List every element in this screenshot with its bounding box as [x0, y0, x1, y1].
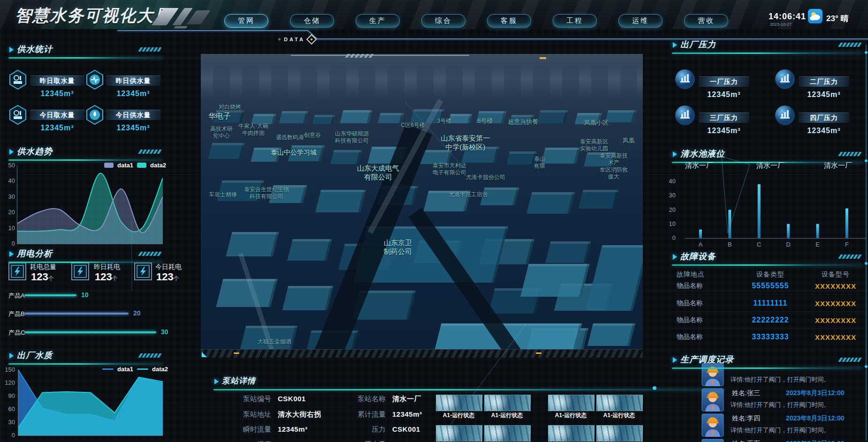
table-row: 物品名称22222222XXXXXXXX — [672, 311, 863, 329]
map-building — [340, 110, 373, 123]
section-header-trend: 供水趋势 — [8, 145, 163, 159]
top-header: 智慧水务可视化大屏 管网仓储生产综合客服工程运维营收 14:06:41 2023… — [0, 0, 868, 29]
wave-icon — [85, 69, 104, 92]
section-header-quality: 出厂水质 — [8, 349, 163, 363]
table-cell: 33333333 — [733, 333, 808, 341]
map-label: 对白烧烤 — [219, 104, 241, 111]
map-label: 山东大成电气 有限公司 — [357, 164, 399, 182]
pool-tab[interactable]: 清水一厂 — [815, 161, 861, 170]
table-cell: 55555555 — [733, 282, 808, 290]
legend-swatch — [104, 163, 114, 168]
plant-icon — [774, 105, 796, 128]
map-label: 尤洛卡股份公司 — [466, 174, 505, 181]
data-badge: + DATA — [278, 36, 315, 43]
nav-tab-2[interactable]: 仓储 — [290, 14, 334, 28]
map-label: 6号楼 — [477, 117, 493, 125]
map-building — [537, 110, 569, 123]
y-axis-tick: 40 — [8, 177, 15, 184]
nav-tab-4[interactable]: 综合 — [421, 14, 465, 28]
y-axis-tick: 10 — [8, 225, 15, 232]
y-axis-tick: 10 — [669, 220, 676, 227]
chevron-dashes — [839, 358, 860, 362]
map-building — [216, 279, 278, 307]
worker-avatar — [701, 388, 724, 413]
record-detail: 详情:他打开了阀门，打开阀门时间。 — [731, 375, 830, 384]
x-axis-label: E — [813, 241, 822, 248]
table-cell: 22222222 — [733, 316, 808, 324]
map-building — [279, 111, 308, 123]
plant-icon — [674, 105, 696, 128]
map-label: 高技术研 究中心 — [210, 126, 233, 140]
record-item: 姓名:张三2023年8月3日12:00详情:他打开了阀门，打开阀门时间。 — [672, 387, 867, 412]
nav-tab-6[interactable]: 工程 — [553, 14, 597, 28]
record-item: 姓名:李四2023年8月3日12:00详情:他打开了阀门，打开阀门时间。 — [672, 412, 867, 438]
power-label: 耗电总量 — [30, 263, 56, 271]
play-arrow-icon — [9, 149, 14, 155]
stat-value: 12345m³ — [30, 90, 84, 98]
page-title: 智慧水务可视化大屏 — [15, 5, 171, 27]
stat-value: 12345m³ — [699, 90, 749, 99]
corner-mark — [234, 352, 239, 354]
nav-tab-8[interactable]: 营收 — [684, 14, 728, 28]
record-item: 姓名:王五2023年8月3日12:00详情:他打开了阀门，打开阀门时间。 — [672, 438, 867, 442]
section-title: 清水池液位 — [680, 148, 725, 159]
nav-tab-1[interactable]: 管网 — [224, 14, 268, 28]
nav-tab-5[interactable]: 客服 — [487, 14, 531, 28]
bolt-icon — [8, 262, 26, 282]
city-map-3d[interactable]: 对白烧烤华电子高技术研 究中心牛家人·大碗 牛肉拌面盛迅数码港创意谷山东华硕能源… — [201, 54, 643, 358]
progress-bar — [24, 331, 156, 333]
power-label: 今日耗电 — [155, 263, 182, 271]
bolt-icon — [134, 262, 152, 282]
map-top-line — [291, 55, 469, 56]
y-axis-ticks: 01020304050 — [4, 165, 15, 244]
section-header-supply: 供水统计 — [8, 43, 163, 57]
title-slash-decoration — [174, 26, 188, 29]
pool-tab[interactable]: 清水一厂 — [676, 161, 723, 170]
map-building — [449, 114, 472, 123]
x-axis-labels: ABCDEF — [685, 241, 866, 248]
record-name: 姓名:张三 — [732, 389, 760, 397]
x-axis-label: C — [754, 241, 764, 248]
nav-tab-3[interactable]: 生产 — [356, 14, 400, 28]
table-cell: 物品名称 — [672, 299, 733, 307]
chevron-dashes — [139, 47, 160, 52]
section-title: 泵站详情 — [222, 375, 256, 386]
record-date: 2023年8月3日12:00 — [786, 414, 845, 423]
play-arrow-icon — [673, 357, 677, 363]
record-name: 姓名:李四 — [732, 414, 760, 423]
play-arrow-icon — [9, 251, 14, 257]
plant-icon — [674, 68, 696, 92]
dashboard: 智慧水务可视化大屏 管网仓储生产综合客服工程运维营收 14:06:41 2023… — [0, 0, 868, 442]
record-list: 详情:他打开了阀门，打开阀门时间。姓名:张三2023年8月3日12:00详情:他… — [0, 362, 868, 442]
map-building — [605, 110, 636, 122]
map-building — [208, 143, 245, 159]
table-cell: XXXXXXXX — [808, 300, 863, 307]
stat-value: 12345m³ — [799, 127, 849, 135]
map-building — [507, 151, 537, 165]
legend-line — [137, 368, 148, 370]
map-skyline — [201, 66, 643, 99]
map-building — [315, 190, 366, 212]
legend-label: data1 — [117, 366, 133, 373]
nav-tab-7[interactable]: 运维 — [618, 14, 662, 28]
map-label: 泰山 有限 — [534, 156, 545, 170]
x-axis-label: B — [725, 241, 734, 248]
map-building — [378, 113, 404, 123]
y-axis-tick: 0 — [672, 234, 676, 241]
map-label: 超意兴快餐 — [508, 118, 539, 126]
x-axis-label: A — [696, 241, 705, 248]
map-label: 华电子 — [208, 112, 231, 121]
pump-icon — [8, 69, 27, 92]
play-arrow-icon — [9, 353, 14, 359]
diamond-icon — [306, 34, 317, 45]
stat-label: 昨日取水量 — [30, 75, 84, 86]
table-row: 物品名称33333333XXXXXXXX — [672, 328, 863, 345]
progress-value: 30 — [161, 328, 168, 336]
map-label: 泰安高新区 实验幼儿园 — [580, 138, 608, 152]
map-building — [282, 286, 334, 310]
progress-bar — [24, 313, 129, 315]
stat-value: 12345m³ — [106, 124, 160, 132]
map-label: 泰安高新技术产 发区消防救援大 — [599, 152, 628, 180]
y-axis-tick: 20 — [8, 209, 15, 216]
pool-tab[interactable]: 清水一厂 — [747, 161, 794, 170]
